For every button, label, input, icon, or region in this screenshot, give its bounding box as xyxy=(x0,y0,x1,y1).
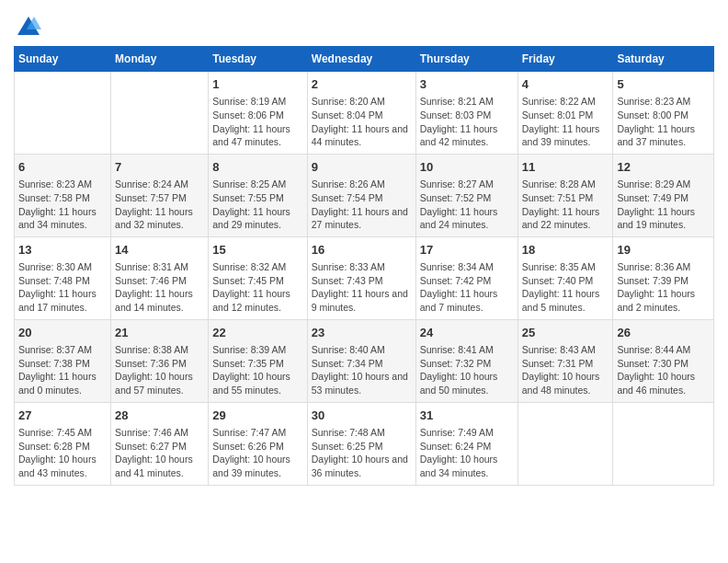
day-detail: Sunrise: 8:38 AM Sunset: 7:36 PM Dayligh… xyxy=(115,343,204,397)
calendar-cell: 30Sunrise: 7:48 AM Sunset: 6:25 PM Dayli… xyxy=(307,402,415,485)
calendar-cell: 28Sunrise: 7:46 AM Sunset: 6:27 PM Dayli… xyxy=(111,402,209,485)
calendar-cell: 4Sunrise: 8:22 AM Sunset: 8:01 PM Daylig… xyxy=(518,72,613,155)
day-number: 29 xyxy=(212,408,303,424)
day-detail: Sunrise: 8:23 AM Sunset: 8:00 PM Dayligh… xyxy=(617,95,710,149)
day-detail: Sunrise: 8:21 AM Sunset: 8:03 PM Dayligh… xyxy=(420,95,514,149)
day-detail: Sunrise: 7:47 AM Sunset: 6:26 PM Dayligh… xyxy=(212,426,303,480)
col-header-thursday: Thursday xyxy=(415,47,518,72)
day-number: 5 xyxy=(617,76,710,93)
day-number: 12 xyxy=(617,159,710,176)
calendar-cell: 17Sunrise: 8:34 AM Sunset: 7:42 PM Dayli… xyxy=(415,236,518,319)
day-detail: Sunrise: 8:19 AM Sunset: 8:06 PM Dayligh… xyxy=(212,95,303,149)
day-detail: Sunrise: 8:25 AM Sunset: 7:55 PM Dayligh… xyxy=(212,178,303,232)
day-number: 30 xyxy=(312,408,412,424)
day-number: 18 xyxy=(522,242,609,259)
day-number: 9 xyxy=(312,159,412,176)
col-header-saturday: Saturday xyxy=(613,47,714,72)
day-detail: Sunrise: 8:43 AM Sunset: 7:31 PM Dayligh… xyxy=(522,343,609,397)
day-detail: Sunrise: 8:35 AM Sunset: 7:40 PM Dayligh… xyxy=(522,260,609,315)
day-number: 2 xyxy=(312,76,412,93)
calendar-cell: 6Sunrise: 8:23 AM Sunset: 7:58 PM Daylig… xyxy=(15,154,111,236)
calendar-cell: 13Sunrise: 8:30 AM Sunset: 7:48 PM Dayli… xyxy=(15,236,111,319)
calendar-cell: 27Sunrise: 7:45 AM Sunset: 6:28 PM Dayli… xyxy=(15,402,111,485)
day-number: 20 xyxy=(18,325,107,341)
calendar-cell: 9Sunrise: 8:26 AM Sunset: 7:54 PM Daylig… xyxy=(307,154,415,236)
day-number: 24 xyxy=(420,325,514,341)
calendar-cell: 21Sunrise: 8:38 AM Sunset: 7:36 PM Dayli… xyxy=(111,319,209,402)
col-header-sunday: Sunday xyxy=(15,47,111,72)
calendar-week-row: 27Sunrise: 7:45 AM Sunset: 6:28 PM Dayli… xyxy=(15,402,714,485)
day-detail: Sunrise: 8:31 AM Sunset: 7:46 PM Dayligh… xyxy=(115,260,204,315)
calendar-cell: 31Sunrise: 7:49 AM Sunset: 6:24 PM Dayli… xyxy=(415,402,518,485)
day-number: 11 xyxy=(522,159,609,176)
calendar-header-row: SundayMondayTuesdayWednesdayThursdayFrid… xyxy=(15,47,714,72)
day-detail: Sunrise: 8:26 AM Sunset: 7:54 PM Dayligh… xyxy=(312,178,412,232)
day-detail: Sunrise: 7:46 AM Sunset: 6:27 PM Dayligh… xyxy=(115,426,204,480)
day-number: 23 xyxy=(312,325,412,341)
calendar-week-row: 20Sunrise: 8:37 AM Sunset: 7:38 PM Dayli… xyxy=(15,319,714,402)
calendar-cell: 11Sunrise: 8:28 AM Sunset: 7:51 PM Dayli… xyxy=(518,154,613,236)
calendar-cell: 14Sunrise: 8:31 AM Sunset: 7:46 PM Dayli… xyxy=(111,236,209,319)
day-number: 15 xyxy=(212,242,303,259)
calendar-cell: 25Sunrise: 8:43 AM Sunset: 7:31 PM Dayli… xyxy=(518,319,613,402)
logo-icon xyxy=(16,15,41,40)
day-number: 1 xyxy=(212,76,303,93)
calendar-cell: 18Sunrise: 8:35 AM Sunset: 7:40 PM Dayli… xyxy=(518,236,613,319)
day-number: 6 xyxy=(18,159,107,176)
day-detail: Sunrise: 8:44 AM Sunset: 7:30 PM Dayligh… xyxy=(617,343,710,397)
calendar-cell: 12Sunrise: 8:29 AM Sunset: 7:49 PM Dayli… xyxy=(613,154,714,236)
calendar-cell: 5Sunrise: 8:23 AM Sunset: 8:00 PM Daylig… xyxy=(613,72,714,155)
day-number: 10 xyxy=(420,159,514,176)
day-number: 28 xyxy=(115,408,204,424)
day-number: 22 xyxy=(212,325,303,341)
day-detail: Sunrise: 8:36 AM Sunset: 7:39 PM Dayligh… xyxy=(617,260,710,315)
day-detail: Sunrise: 8:32 AM Sunset: 7:45 PM Dayligh… xyxy=(212,260,303,315)
calendar-week-row: 1Sunrise: 8:19 AM Sunset: 8:06 PM Daylig… xyxy=(15,72,714,155)
calendar-cell xyxy=(111,72,209,155)
day-number: 25 xyxy=(522,325,609,341)
calendar-cell: 1Sunrise: 8:19 AM Sunset: 8:06 PM Daylig… xyxy=(209,72,308,155)
day-number: 8 xyxy=(212,159,303,176)
logo xyxy=(14,15,41,40)
day-detail: Sunrise: 8:37 AM Sunset: 7:38 PM Dayligh… xyxy=(18,343,107,397)
day-number: 13 xyxy=(18,242,107,259)
calendar-week-row: 6Sunrise: 8:23 AM Sunset: 7:58 PM Daylig… xyxy=(15,154,714,236)
calendar-cell: 29Sunrise: 7:47 AM Sunset: 6:26 PM Dayli… xyxy=(209,402,308,485)
day-detail: Sunrise: 7:45 AM Sunset: 6:28 PM Dayligh… xyxy=(18,426,107,480)
day-detail: Sunrise: 8:30 AM Sunset: 7:48 PM Dayligh… xyxy=(18,260,107,315)
day-number: 19 xyxy=(617,242,710,259)
page-header xyxy=(14,9,714,40)
calendar-cell: 7Sunrise: 8:24 AM Sunset: 7:57 PM Daylig… xyxy=(111,154,209,236)
calendar-cell: 3Sunrise: 8:21 AM Sunset: 8:03 PM Daylig… xyxy=(415,72,518,155)
col-header-tuesday: Tuesday xyxy=(209,47,308,72)
day-detail: Sunrise: 8:40 AM Sunset: 7:34 PM Dayligh… xyxy=(312,343,412,397)
day-number: 7 xyxy=(115,159,204,176)
col-header-friday: Friday xyxy=(518,47,613,72)
day-detail: Sunrise: 8:20 AM Sunset: 8:04 PM Dayligh… xyxy=(312,95,412,149)
day-detail: Sunrise: 7:48 AM Sunset: 6:25 PM Dayligh… xyxy=(312,426,412,480)
day-number: 26 xyxy=(617,325,710,341)
day-detail: Sunrise: 8:34 AM Sunset: 7:42 PM Dayligh… xyxy=(420,260,514,315)
calendar-cell: 19Sunrise: 8:36 AM Sunset: 7:39 PM Dayli… xyxy=(613,236,714,319)
day-number: 16 xyxy=(312,242,412,259)
day-detail: Sunrise: 8:28 AM Sunset: 7:51 PM Dayligh… xyxy=(522,178,609,232)
calendar-week-row: 13Sunrise: 8:30 AM Sunset: 7:48 PM Dayli… xyxy=(15,236,714,319)
day-detail: Sunrise: 8:33 AM Sunset: 7:43 PM Dayligh… xyxy=(312,260,412,315)
day-number: 31 xyxy=(420,408,514,424)
calendar-cell: 26Sunrise: 8:44 AM Sunset: 7:30 PM Dayli… xyxy=(613,319,714,402)
calendar-cell xyxy=(518,402,613,485)
day-detail: Sunrise: 8:24 AM Sunset: 7:57 PM Dayligh… xyxy=(115,178,204,232)
col-header-wednesday: Wednesday xyxy=(307,47,415,72)
col-header-monday: Monday xyxy=(111,47,209,72)
calendar-cell: 23Sunrise: 8:40 AM Sunset: 7:34 PM Dayli… xyxy=(307,319,415,402)
calendar-cell: 22Sunrise: 8:39 AM Sunset: 7:35 PM Dayli… xyxy=(209,319,308,402)
day-number: 4 xyxy=(522,76,609,93)
calendar-table: SundayMondayTuesdayWednesdayThursdayFrid… xyxy=(14,46,714,486)
calendar-cell: 10Sunrise: 8:27 AM Sunset: 7:52 PM Dayli… xyxy=(415,154,518,236)
calendar-cell xyxy=(613,402,714,485)
day-detail: Sunrise: 8:22 AM Sunset: 8:01 PM Dayligh… xyxy=(522,95,609,149)
day-number: 14 xyxy=(115,242,204,259)
calendar-cell: 8Sunrise: 8:25 AM Sunset: 7:55 PM Daylig… xyxy=(209,154,308,236)
day-detail: Sunrise: 7:49 AM Sunset: 6:24 PM Dayligh… xyxy=(420,426,514,480)
day-detail: Sunrise: 8:27 AM Sunset: 7:52 PM Dayligh… xyxy=(420,178,514,232)
